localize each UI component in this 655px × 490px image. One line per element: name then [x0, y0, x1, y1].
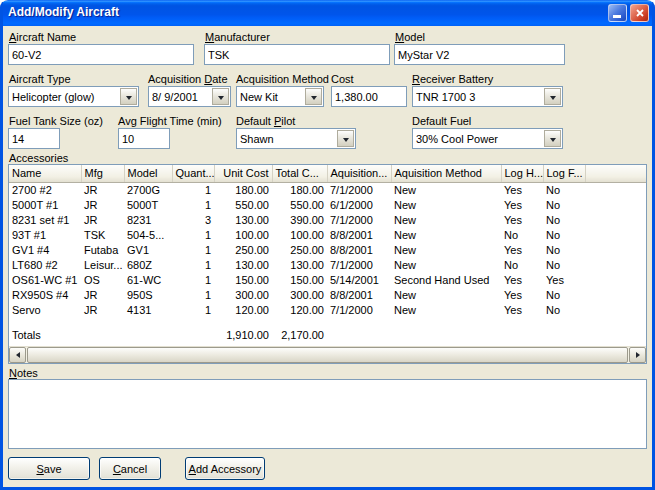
accessory-row[interactable]: RX950S #4 JR 950S 1 300.00 300.00 8/8/20… [9, 288, 646, 303]
scroll-right-button[interactable] [629, 347, 646, 363]
cell-unit-cost: 150.00 [214, 273, 272, 288]
accessory-row[interactable]: Servo JR 4131 1 120.00 120.00 7/1/2000 N… [9, 303, 646, 318]
column-header-quantity[interactable]: Quant... [172, 165, 214, 182]
cell-mfg: Leisur... [81, 258, 124, 273]
column-header-mfg[interactable]: Mfg [81, 165, 124, 182]
chevron-down-icon[interactable] [337, 130, 354, 147]
horizontal-scrollbar[interactable] [9, 346, 646, 363]
cell-log-flights: No [543, 288, 585, 303]
cell-quantity: 1 [172, 258, 214, 273]
model-label: Model [395, 31, 425, 44]
default-fuel-label: Default Fuel [412, 115, 471, 128]
default-pilot-select[interactable]: Shawn [236, 128, 356, 149]
cell-aquisition-date: 7/1/2000 [327, 182, 391, 198]
cell-log-hours: No [501, 228, 543, 243]
column-header-aquisition-method[interactable]: Aquisition Method [391, 165, 501, 182]
cell-log-flights: No [543, 213, 585, 228]
cell-mfg: JR [81, 303, 124, 318]
save-button[interactable]: Save [8, 457, 90, 480]
cell-aquisition-date: 8/8/2001 [327, 288, 391, 303]
column-header-total-cost[interactable]: Total C... [272, 165, 327, 182]
cell-log-hours: Yes [501, 303, 543, 318]
cell-model: 2700G [124, 182, 172, 198]
cell-aquisition-method: New [391, 258, 501, 273]
totals-unit-cost: 1,910.00 [214, 328, 272, 343]
cell-unit-cost: 180.00 [214, 182, 272, 198]
cell-model: 61-WC [124, 273, 172, 288]
default-fuel-select[interactable]: 30% Cool Power [412, 128, 563, 149]
accessory-row[interactable]: 93T #1 TSK 504-5... 1 100.00 100.00 8/8/… [9, 228, 646, 243]
column-header-model[interactable]: Model [124, 165, 172, 182]
cell-unit-cost: 300.00 [214, 288, 272, 303]
chevron-down-icon[interactable] [212, 88, 229, 105]
cell-name: 8231 set #1 [9, 213, 81, 228]
cost-input[interactable] [331, 86, 407, 107]
accessory-row[interactable]: LT680 #2 Leisur... 680Z 1 130.00 130.00 … [9, 258, 646, 273]
totals-row: Totals 1,910.00 2,170.00 [9, 328, 646, 343]
cell-model: 504-5... [124, 228, 172, 243]
receiver-battery-select[interactable]: TNR 1700 3 [412, 86, 563, 107]
accessories-listview: Name Mfg Model Quant... Unit Cost Total … [8, 164, 647, 364]
column-header-log-flights[interactable]: Log F... [543, 165, 585, 182]
cell-filler [585, 273, 646, 288]
chevron-down-icon[interactable] [120, 88, 137, 105]
cell-log-flights: No [543, 198, 585, 213]
cell-aquisition-method: New [391, 213, 501, 228]
avg-flight-time-input[interactable] [118, 128, 170, 149]
aircraft-type-label: Aircraft Type [9, 73, 71, 86]
cell-unit-cost: 100.00 [214, 228, 272, 243]
scrollbar-thumb[interactable] [27, 347, 628, 363]
add-modify-aircraft-dialog: Add/Modify Aircraft Aircraft Name Manufa… [0, 0, 655, 490]
cell-aquisition-date: 7/1/2000 [327, 303, 391, 318]
title-bar[interactable]: Add/Modify Aircraft [0, 0, 655, 26]
cell-model: 950S [124, 288, 172, 303]
cell-aquisition-date: 6/1/2000 [327, 198, 391, 213]
accessory-row[interactable]: 8231 set #1 JR 8231 3 130.00 390.00 7/1/… [9, 213, 646, 228]
column-header-aquisition[interactable]: Aquisition... [327, 165, 391, 182]
cell-total-cost: 100.00 [272, 228, 327, 243]
cell-aquisition-date: 5/14/2001 [327, 273, 391, 288]
cell-log-hours: Yes [501, 243, 543, 258]
manufacturer-input[interactable] [204, 44, 390, 65]
cell-log-flights: No [543, 258, 585, 273]
cell-quantity: 1 [172, 288, 214, 303]
chevron-down-icon[interactable] [544, 88, 561, 105]
column-header-log-hours[interactable]: Log H... [501, 165, 543, 182]
aircraft-type-select[interactable]: Helicopter (glow) [8, 86, 139, 107]
cell-total-cost: 150.00 [272, 273, 327, 288]
cell-aquisition-date: 7/1/2000 [327, 258, 391, 273]
column-header-unit-cost[interactable]: Unit Cost [214, 165, 272, 182]
model-input[interactable] [394, 44, 565, 65]
chevron-down-icon[interactable] [544, 130, 561, 147]
aircraft-name-input[interactable] [8, 44, 194, 65]
cell-aquisition-date: 8/8/2001 [327, 228, 391, 243]
default-pilot-value: Shawn [237, 129, 336, 148]
column-header-name[interactable]: Name [9, 165, 81, 182]
add-accessory-button[interactable]: Add Accessory [185, 457, 265, 480]
cell-mfg: JR [81, 213, 124, 228]
cell-filler [585, 258, 646, 273]
cell-filler [585, 213, 646, 228]
totals-total-cost: 2,170.00 [272, 328, 327, 343]
acquisition-date-label: Acquisition Date [148, 73, 228, 86]
close-button[interactable] [630, 4, 649, 22]
accessory-row[interactable]: GV1 #4 Futaba GV1 1 250.00 250.00 8/8/20… [9, 243, 646, 258]
cell-aquisition-method: New [391, 243, 501, 258]
cancel-button[interactable]: Cancel [99, 457, 161, 480]
default-fuel-value: 30% Cool Power [413, 129, 543, 148]
accessory-row[interactable]: OS61-WC #1 OS 61-WC 1 150.00 150.00 5/14… [9, 273, 646, 288]
scroll-left-button[interactable] [9, 347, 26, 363]
cell-filler [585, 303, 646, 318]
chevron-down-icon[interactable] [305, 88, 322, 105]
accessory-row[interactable]: 2700 #2 JR 2700G 1 180.00 180.00 7/1/200… [9, 182, 646, 198]
aircraft-type-value: Helicopter (glow) [9, 87, 119, 106]
accessory-row[interactable]: 5000T #1 JR 5000T 1 550.00 550.00 6/1/20… [9, 198, 646, 213]
fuel-tank-size-input[interactable] [8, 128, 60, 149]
acquisition-method-select[interactable]: New Kit [236, 86, 324, 107]
window-title: Add/Modify Aircraft [8, 0, 119, 25]
notes-textarea[interactable] [8, 379, 647, 449]
cell-mfg: OS [81, 273, 124, 288]
cell-model: GV1 [124, 243, 172, 258]
acquisition-date-picker[interactable]: 8/ 9/2001 [148, 86, 231, 107]
minimize-button[interactable] [608, 4, 627, 22]
